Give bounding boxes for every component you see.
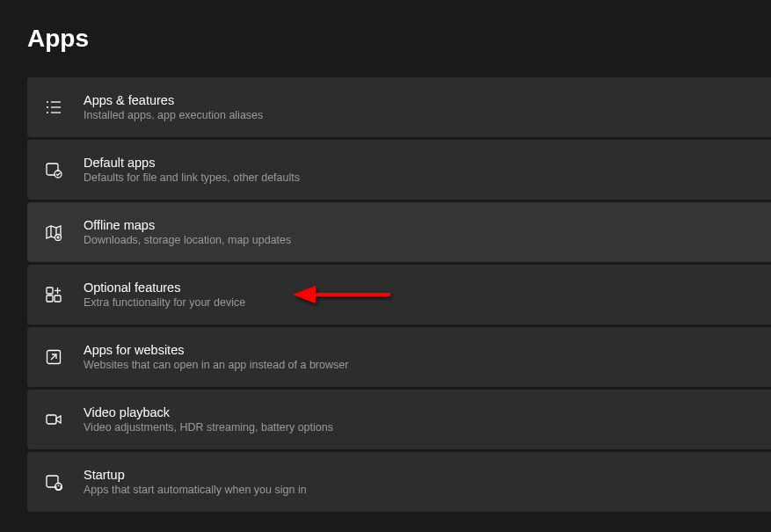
svg-rect-13 (47, 295, 53, 302)
svg-rect-18 (47, 415, 56, 424)
item-title: Video playback (84, 405, 333, 419)
svg-rect-14 (55, 295, 61, 302)
item-title: Optional features (84, 281, 245, 295)
item-title: Default apps (84, 156, 300, 170)
item-text: Apps for websites Websites that can open… (84, 343, 348, 371)
svg-point-2 (47, 112, 48, 113)
svg-point-7 (55, 171, 62, 178)
svg-rect-12 (47, 288, 53, 294)
item-text: Offline maps Downloads, storage location… (84, 218, 291, 246)
optional-features-icon (43, 284, 64, 305)
page-title: Apps (0, 0, 771, 53)
settings-item-default-apps[interactable]: Default apps Defaults for file and link … (27, 140, 771, 200)
item-text: Optional features Extra functionality fo… (84, 281, 245, 309)
item-desc: Downloads, storage location, map updates (84, 234, 291, 246)
item-title: Apps for websites (84, 343, 348, 357)
arrow-annotation (289, 279, 395, 310)
default-apps-icon (43, 159, 64, 180)
apps-websites-icon (43, 346, 64, 368)
settings-item-offline-maps[interactable]: Offline maps Downloads, storage location… (27, 202, 771, 262)
item-desc: Websites that can open in an app instead… (84, 359, 348, 371)
list-icon (43, 97, 64, 118)
settings-item-apps-features[interactable]: Apps & features Installed apps, app exec… (27, 77, 771, 137)
settings-item-video-playback[interactable]: Video playback Video adjustments, HDR st… (27, 390, 771, 449)
item-desc: Defaults for file and link types, other … (84, 171, 300, 184)
item-text: Apps & features Installed apps, app exec… (84, 93, 263, 121)
item-title: Offline maps (84, 218, 291, 232)
map-icon (43, 222, 64, 243)
settings-list: Apps & features Installed apps, app exec… (0, 77, 771, 512)
settings-item-apps-websites[interactable]: Apps for websites Websites that can open… (27, 327, 771, 387)
item-desc: Installed apps, app execution aliases (84, 109, 263, 121)
svg-point-0 (47, 101, 48, 103)
item-title: Apps & features (84, 93, 263, 107)
item-desc: Video adjustments, HDR streaming, batter… (84, 421, 333, 434)
item-desc: Extra functionality for your device (84, 296, 245, 309)
item-text: Video playback Video adjustments, HDR st… (84, 405, 333, 434)
startup-icon (43, 471, 64, 492)
settings-item-startup[interactable]: Startup Apps that start automatically wh… (27, 452, 771, 512)
svg-point-1 (47, 106, 48, 108)
item-text: Startup Apps that start automatically wh… (84, 468, 307, 496)
item-title: Startup (84, 468, 307, 482)
item-text: Default apps Defaults for file and link … (84, 156, 300, 184)
video-icon (43, 409, 64, 430)
settings-item-optional-features[interactable]: Optional features Extra functionality fo… (27, 265, 771, 324)
item-desc: Apps that start automatically when you s… (84, 484, 307, 496)
